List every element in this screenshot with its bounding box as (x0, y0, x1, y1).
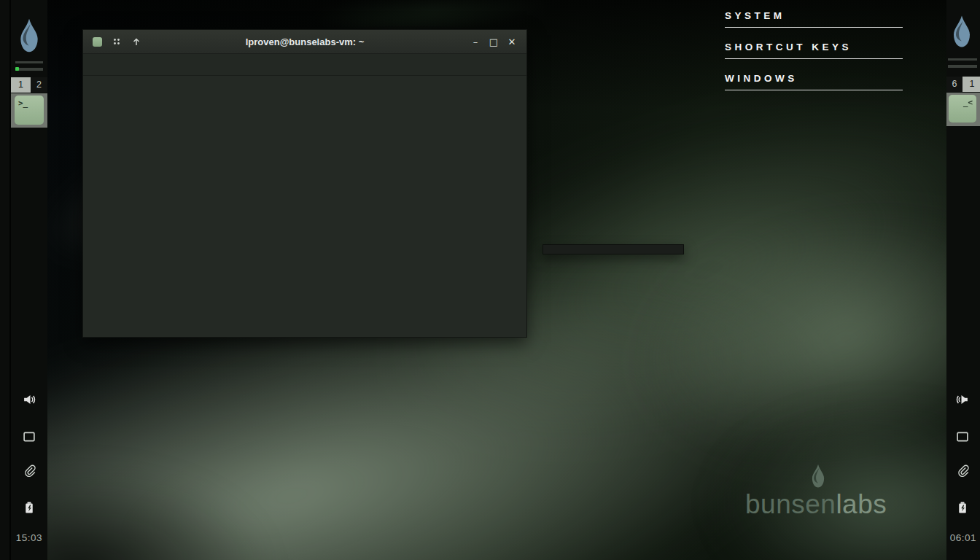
window-tray-icon[interactable] (22, 429, 36, 444)
battery-icon[interactable] (955, 500, 970, 515)
window-titlebar[interactable]: lproven@bunselabs-vm: ~ – □ ✕ (83, 30, 526, 54)
taskbar-terminal-item[interactable]: >_ (11, 93, 47, 128)
htop-app (83, 76, 526, 338)
bunsenlabs-flame-icon (809, 464, 827, 489)
window-tray-icon[interactable] (955, 429, 970, 444)
conky-sysinfo: SYSTEM SHORTCUT KEYS WINDOWS (725, 10, 903, 97)
left-panel: 1 2 >_ 15:03 (11, 0, 47, 560)
bunsenlabs-logo: bunsenlabs (745, 464, 869, 520)
left-edge-panel (0, 0, 11, 560)
minimize-button[interactable]: – (470, 36, 481, 47)
bunsenlabs-flame-icon (950, 12, 973, 52)
terminal-window: lproven@bunselabs-vm: ~ – □ ✕ (82, 29, 527, 338)
status-dot (15, 67, 19, 71)
volume-icon[interactable] (22, 392, 36, 407)
window-title: lproven@bunselabs-vm: ~ (83, 36, 526, 47)
terminal-icon: >_ (15, 96, 44, 125)
conky-section-system: SYSTEM (725, 10, 903, 28)
clipboard-paperclip-icon[interactable] (955, 464, 970, 478)
terminal-icon: >_ (949, 95, 976, 122)
logo-text: bunsenlabs (745, 489, 869, 520)
panel-separator-bar (948, 65, 977, 68)
section-title: WINDOWS (725, 73, 903, 84)
taskbar-terminal-item[interactable]: >_ (946, 93, 980, 126)
panel-separator-bar (15, 68, 43, 71)
workspace-1[interactable]: 1 (11, 77, 31, 93)
clipboard-paperclip-icon[interactable] (22, 464, 36, 478)
bunsenlabs-flame-icon (17, 15, 42, 57)
panel-separator-bar (15, 61, 43, 63)
conky-section-shortcuts: SHORTCUT KEYS (725, 42, 903, 59)
desktop-menu (542, 244, 684, 254)
section-title: SYSTEM (725, 10, 903, 21)
conky-section-windows: WINDOWS (725, 73, 903, 90)
battery-icon[interactable] (22, 500, 36, 515)
clock-right: 06:01 (946, 532, 980, 543)
workspace-2[interactable]: 2 (31, 77, 47, 93)
maximize-button[interactable]: □ (488, 36, 499, 47)
terminal-menubar (83, 54, 526, 76)
window-shade-arrow-icon[interactable] (131, 36, 141, 47)
right-panel: 6 1 >_ 06:01 (946, 0, 980, 560)
clock-left: 15:03 (11, 532, 47, 543)
volume-icon[interactable] (955, 392, 970, 407)
workspace-6[interactable]: 6 (946, 77, 962, 92)
window-menu-dots-icon (112, 36, 122, 47)
section-title: SHORTCUT KEYS (725, 42, 903, 52)
close-button[interactable]: ✕ (506, 36, 518, 47)
window-app-icon[interactable] (93, 37, 102, 47)
panel-separator-bar (948, 58, 977, 61)
workspace-1b[interactable]: 1 (962, 77, 980, 92)
